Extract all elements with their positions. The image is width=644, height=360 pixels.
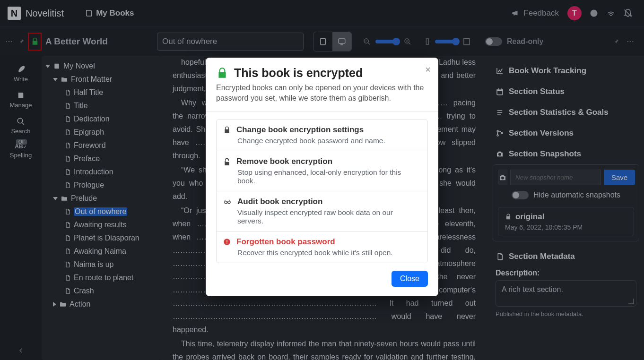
option-forgotten-password[interactable]: Forgotten book password Recover this enc… bbox=[217, 231, 427, 263]
option-change-encryption[interactable]: Change book encryption settings Change e… bbox=[217, 120, 427, 151]
close-button[interactable]: Close bbox=[392, 271, 428, 287]
modal-subtitle: Encrypted books can only be opened on yo… bbox=[216, 83, 428, 103]
glasses-icon bbox=[223, 198, 232, 206]
modal-title: This book is encrypted bbox=[234, 66, 363, 80]
svg-rect-15 bbox=[226, 240, 227, 242]
option-audit-encryption[interactable]: Audit book encryption Visually inspect e… bbox=[217, 191, 427, 231]
encryption-modal: This book is encrypted Encrypted books c… bbox=[206, 58, 438, 296]
lock-icon bbox=[216, 67, 228, 79]
close-icon[interactable]: × bbox=[425, 64, 431, 75]
modal-overlay: This book is encrypted Encrypted books c… bbox=[0, 0, 644, 360]
alert-icon bbox=[223, 238, 231, 246]
unlock-icon bbox=[223, 158, 231, 165]
lock-icon bbox=[223, 126, 231, 134]
option-remove-encryption[interactable]: Remove book encryption Stop using enhanc… bbox=[217, 151, 427, 191]
svg-rect-16 bbox=[226, 243, 227, 244]
